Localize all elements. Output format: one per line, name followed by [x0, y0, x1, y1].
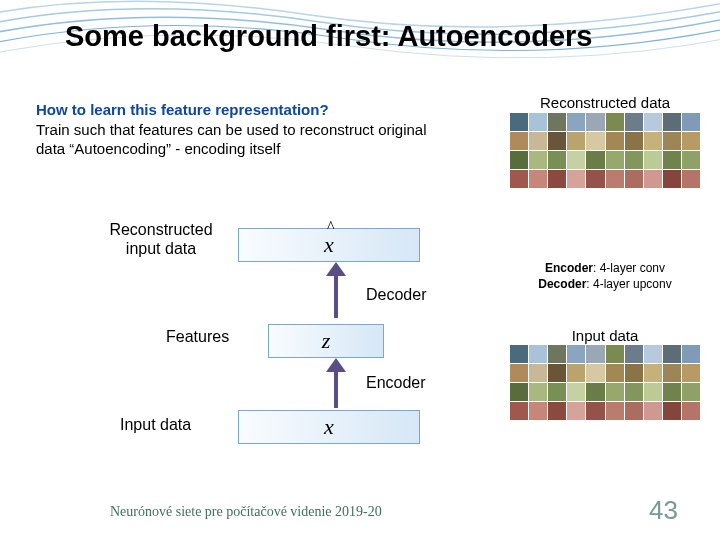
encoder-decoder-caption: Encoder: 4-layer conv Decoder: 4-layer u… — [500, 260, 710, 292]
image-thumbnail — [529, 345, 547, 363]
image-thumbnail — [567, 364, 585, 382]
encoder-caption-bold: Encoder — [545, 261, 593, 275]
image-thumbnail — [548, 402, 566, 420]
image-thumbnail — [529, 383, 547, 401]
image-thumbnail — [567, 345, 585, 363]
image-thumbnail — [663, 151, 681, 169]
encoder-caption-rest: : 4-layer conv — [593, 261, 665, 275]
image-thumbnail — [625, 170, 643, 188]
input-image-grid — [510, 345, 700, 420]
image-thumbnail — [663, 345, 681, 363]
image-thumbnail — [586, 170, 604, 188]
z-box: z — [268, 324, 384, 358]
image-thumbnail — [682, 402, 700, 420]
image-thumbnail — [529, 113, 547, 131]
image-thumbnail — [682, 132, 700, 150]
image-thumbnail — [644, 132, 662, 150]
xhat-symbol: x — [324, 232, 334, 258]
image-thumbnail — [644, 402, 662, 420]
input-data-label-left: Input data — [120, 416, 191, 434]
decoder-label: Decoder — [366, 286, 426, 304]
image-thumbnail — [625, 364, 643, 382]
x-symbol: x — [324, 414, 334, 440]
image-thumbnail — [644, 170, 662, 188]
image-thumbnail — [682, 364, 700, 382]
image-thumbnail — [625, 345, 643, 363]
image-thumbnail — [606, 364, 624, 382]
image-thumbnail — [606, 113, 624, 131]
image-thumbnail — [586, 132, 604, 150]
image-thumbnail — [567, 383, 585, 401]
slide-number: 43 — [649, 495, 678, 526]
image-thumbnail — [606, 383, 624, 401]
image-thumbnail — [548, 113, 566, 131]
image-thumbnail — [548, 364, 566, 382]
image-thumbnail — [682, 345, 700, 363]
image-thumbnail — [625, 402, 643, 420]
image-thumbnail — [606, 132, 624, 150]
image-thumbnail — [606, 170, 624, 188]
image-thumbnail — [567, 402, 585, 420]
image-thumbnail — [586, 383, 604, 401]
image-thumbnail — [510, 364, 528, 382]
image-thumbnail — [682, 383, 700, 401]
image-thumbnail — [663, 170, 681, 188]
image-thumbnail — [510, 113, 528, 131]
image-thumbnail — [625, 113, 643, 131]
image-thumbnail — [644, 364, 662, 382]
image-thumbnail — [606, 151, 624, 169]
image-thumbnail — [663, 383, 681, 401]
decoder-arrow-head — [326, 262, 346, 276]
reconstructed-input-label: Reconstructed input data — [96, 220, 226, 258]
image-thumbnail — [510, 170, 528, 188]
encoder-arrow-head — [326, 358, 346, 372]
reconstructed-data-title: Reconstructed data — [510, 94, 700, 111]
image-thumbnail — [586, 151, 604, 169]
image-thumbnail — [548, 345, 566, 363]
autoencoder-diagram: Reconstructed input data x Decoder Featu… — [36, 210, 496, 450]
image-thumbnail — [510, 345, 528, 363]
slide-title: Some background first: Autoencoders — [65, 20, 592, 53]
image-thumbnail — [682, 170, 700, 188]
image-thumbnail — [644, 345, 662, 363]
image-thumbnail — [586, 345, 604, 363]
image-thumbnail — [682, 151, 700, 169]
image-thumbnail — [510, 151, 528, 169]
image-thumbnail — [644, 151, 662, 169]
reconstructed-image-grid — [510, 113, 700, 188]
image-thumbnail — [510, 132, 528, 150]
x-box: x — [238, 410, 420, 444]
image-thumbnail — [682, 113, 700, 131]
image-thumbnail — [606, 402, 624, 420]
image-thumbnail — [567, 113, 585, 131]
image-thumbnail — [567, 170, 585, 188]
image-thumbnail — [510, 402, 528, 420]
image-thumbnail — [548, 170, 566, 188]
decoder-caption-bold: Decoder — [538, 277, 586, 291]
input-data-label-right: Input data — [510, 327, 700, 344]
features-label: Features — [166, 328, 229, 346]
image-thumbnail — [644, 113, 662, 131]
image-thumbnail — [625, 132, 643, 150]
image-thumbnail — [548, 151, 566, 169]
footer-text: Neurónové siete pre počítačové videnie 2… — [110, 504, 382, 520]
intro-answer: Train such that features can be used to … — [36, 121, 427, 158]
xhat-box: x — [238, 228, 420, 262]
encoder-label: Encoder — [366, 374, 426, 392]
image-thumbnail — [548, 383, 566, 401]
image-thumbnail — [529, 170, 547, 188]
intro-block: How to learn this feature representation… — [36, 100, 456, 159]
decoder-caption-rest: : 4-layer upconv — [586, 277, 671, 291]
image-thumbnail — [586, 113, 604, 131]
image-thumbnail — [567, 151, 585, 169]
image-thumbnail — [529, 151, 547, 169]
image-thumbnail — [586, 402, 604, 420]
z-symbol: z — [322, 328, 331, 354]
image-thumbnail — [567, 132, 585, 150]
image-thumbnail — [529, 402, 547, 420]
image-thumbnail — [625, 383, 643, 401]
image-thumbnail — [606, 345, 624, 363]
image-thumbnail — [663, 402, 681, 420]
image-thumbnail — [663, 113, 681, 131]
image-thumbnail — [548, 132, 566, 150]
